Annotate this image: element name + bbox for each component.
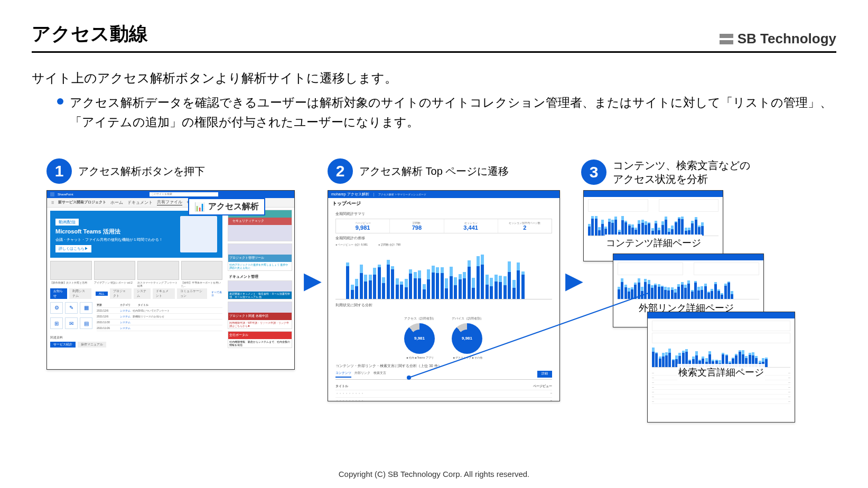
arrow-icon: ▶: [565, 267, 583, 294]
section-heading: 全期間統計サマリ: [335, 211, 552, 217]
th: 更新: [97, 303, 118, 306]
step3-badge: 3: [581, 159, 606, 185]
an-title: トップページ: [328, 198, 559, 209]
th: カテゴリ: [120, 303, 136, 306]
screenshot-sharepoint: SharePointこのサイトを検索 📊 アクセス解析 ☰ 新サービス開発プロジ…: [46, 190, 295, 370]
tool-icon[interactable]: ⊞: [50, 317, 63, 329]
tool-icon[interactable]: ▦: [80, 302, 92, 314]
tab-contents[interactable]: コンテンツ: [335, 371, 351, 378]
access-analytics-button[interactable]: 📊 アクセス解析: [188, 198, 265, 215]
side-title: プロジェクト管理ツール: [229, 256, 264, 260]
section-heading: 全期間統計の推移: [335, 236, 552, 241]
breadcrumb: アクセス解析 > サマリーダッシュボード: [378, 193, 426, 196]
tool-icon[interactable]: ⚙: [50, 302, 63, 314]
bullet-icon: [57, 98, 63, 105]
tool-icon[interactable]: ✉: [65, 317, 78, 329]
chart-icon: 📊: [194, 202, 205, 212]
screenshot-content-detail: コンテンツ詳細ページ: [583, 190, 723, 261]
side-link[interactable]: セキュリティチェック: [232, 219, 264, 223]
step2-label: アクセス解析 Top ページに遷移: [359, 164, 509, 178]
th: タイトル: [335, 384, 348, 389]
legend: 訪問数 合計: 798: [381, 243, 401, 246]
donut-chart: 9,981: [404, 323, 435, 354]
section-heading: コンテンツ・外部リンク・検索文言に関する分析（上位 30 件）: [335, 363, 552, 369]
related-heading: 関連資料: [50, 335, 222, 340]
an-brand: moharep アクセス解析: [331, 192, 369, 197]
step2-badge: 2: [328, 158, 353, 184]
pill[interactable]: ALL: [96, 292, 108, 296]
thumb-cap: 【材料】半導体キーポートを用いた...: [181, 281, 223, 285]
step1-label: アクセス解析ボタンを押下: [78, 164, 205, 178]
screenshot-analytics-top: moharep アクセス解析|アクセス解析 > サマリーダッシュボード トップペ…: [328, 190, 560, 401]
side-desc: 社内プロジェクトの進捗を共有しましょう 進捗や課題の見える化に: [228, 262, 292, 270]
sp-product: SharePoint: [58, 193, 73, 196]
donut-legend: ■ デスクトップ ■ その他: [452, 356, 483, 359]
tab-search[interactable]: 検索文言: [374, 371, 386, 378]
pill[interactable]: プロジェクト: [110, 288, 132, 299]
side-heading: ドキュメント管理: [228, 273, 292, 280]
overlay-content-detail: コンテンツ詳細ページ: [605, 234, 702, 251]
thumb-cap: 【新作映像】次スト共有と活用: [50, 281, 92, 285]
arrow-icon: ▶: [304, 267, 322, 294]
related-btn[interactable]: サービス紹介: [50, 342, 76, 348]
sp-search[interactable]: このサイトを検索: [150, 192, 218, 196]
donut-value: 9,981: [458, 330, 476, 348]
step1-badge: 1: [46, 158, 72, 184]
side-desc: 利用権限申請・WF申請・リソース申請・リンク申請はこちらから▶: [228, 320, 292, 329]
pill[interactable]: 利用システム: [69, 288, 91, 299]
related-btn[interactable]: 操作マニュアル: [78, 342, 106, 348]
hero-heading: Microsoft Teams 活用法: [55, 228, 175, 236]
section-heading: 利用状況に関する分析: [335, 303, 552, 308]
pill[interactable]: コミュニケーション: [177, 288, 207, 299]
donut-legend: ■ 社内 ■ Teams アプリ: [404, 356, 436, 359]
side-text: 規定関連ドキュメント・報告資料・ロール別書類管理、ロール別マニュアル 他: [229, 292, 291, 298]
donut-label: アクセス（訪問者別）: [404, 316, 436, 321]
side-title: 全社ポータル: [229, 333, 248, 337]
description: サイト上のアクセス解析ボタンより解析サイトに遷移します。: [32, 70, 836, 87]
bullet-text: アクセス解析データを確認できるユーザーは解析対象のサイトのサイトコレクション管理…: [70, 93, 836, 132]
tool-icon[interactable]: ✎: [65, 302, 78, 314]
pill[interactable]: システム: [134, 288, 151, 299]
side-desc: 社内権限情報、勤怠からシステムまで、社内全般の情報を発信: [228, 339, 292, 348]
more-link[interactable]: すべて表示: [211, 290, 222, 297]
step3-label: コンテンツ、検索文言などの アクセス状況を分析: [613, 158, 750, 186]
slide-title: アクセス動線: [32, 21, 148, 47]
pill[interactable]: ドキュメント: [153, 288, 175, 299]
donut-chart: 9,981: [452, 323, 482, 354]
hero-sub: 会議・チャット・ファイル共有の便利な機能が１時間でわかる！: [55, 237, 175, 242]
hero-tag: 動画配信: [55, 219, 79, 226]
thumb-cap: 次スタマーケティング アンケート結果: [137, 281, 179, 285]
side-title: プロジェクト関連 各種申請: [229, 314, 268, 318]
callout-label: アクセス解析: [208, 201, 259, 212]
overlay-searchword-detail: 検索文言詳細ページ: [677, 364, 765, 381]
screenshot-searchword-detail: ———— ———— ———— —— 検索文言詳細ページ: [647, 312, 795, 423]
brand-logo: SB Technology: [720, 31, 836, 47]
detail-button[interactable]: 詳細: [537, 371, 552, 378]
brand-name: SB Technology: [738, 31, 836, 47]
pill[interactable]: お知らせ: [50, 288, 67, 299]
hero-image: [180, 216, 217, 252]
bar-chart: [335, 249, 552, 299]
brand-mark: [720, 34, 733, 44]
nav-home[interactable]: ホーム: [110, 200, 123, 205]
th: タイトル: [138, 303, 148, 306]
nav-docs[interactable]: ドキュメント: [127, 200, 153, 205]
th: ページビュー: [533, 384, 552, 389]
tool-icon[interactable]: ▤: [80, 317, 92, 329]
copyright: Copyright (C) SB Technology Corp. All ri…: [0, 470, 868, 478]
site-title: 新サービス開発プロジェクト: [58, 200, 106, 205]
thumb-cap: アイデアソン 特設レポート vol.2: [94, 281, 136, 285]
legend: ページビュー 合計: 9,981: [338, 243, 368, 246]
hero-cta[interactable]: 詳しくはこちら▶: [55, 245, 91, 252]
nav-share[interactable]: 共有ファイル: [157, 199, 182, 205]
donut-value: 9,981: [410, 330, 428, 348]
donut-label: デバイス（訪問者別）: [452, 316, 483, 321]
tab-extlinks[interactable]: 外部リンク: [354, 371, 370, 378]
